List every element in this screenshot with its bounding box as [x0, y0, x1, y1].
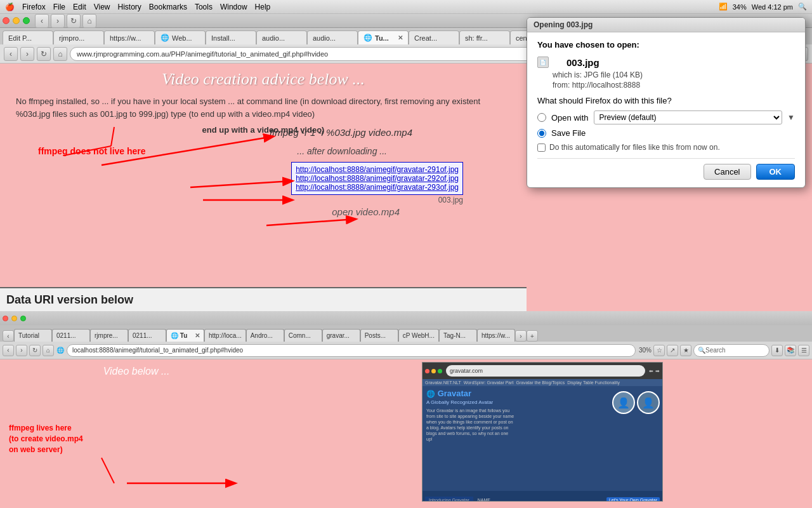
bottom-browser: ‹ Tutorial 0211... rjmpre... 0211... 🌐 T… [0, 311, 812, 508]
forward-button[interactable]: › [51, 14, 65, 28]
bottom-tab-0211a[interactable]: 0211... [52, 329, 90, 342]
bottom-tab-http[interactable]: http://loca... [204, 329, 246, 342]
gravatar-avatars: 👤 👤 [612, 391, 660, 414]
tab-audio1[interactable]: audio... [256, 30, 307, 44]
save-file-radio[interactable] [537, 129, 546, 138]
refresh-button[interactable]: ↻ [37, 47, 51, 61]
tab-install[interactable]: Install... [206, 30, 256, 44]
bottom-tab-rjm[interactable]: rjmpre... [90, 329, 128, 342]
tab-label: audio... [313, 34, 336, 42]
bottom-tab-0211b[interactable]: 0211... [128, 329, 166, 342]
bottom-download-button[interactable]: ⬇ [771, 345, 783, 356]
home-button[interactable]: ⌂ [82, 14, 96, 28]
menu-item-file[interactable]: File [53, 3, 65, 11]
gravatar-tab-3[interactable]: Gravatar the Blog/Topics [516, 380, 565, 385]
bottom-reload-button[interactable]: ↻ [29, 345, 41, 356]
gravatar-tab-1[interactable]: Gravatar.NET.NLT [425, 380, 461, 385]
tab-edit[interactable]: Edit P... [3, 30, 53, 44]
save-file-label: Save File [551, 128, 586, 138]
bottom-close-button[interactable] [3, 316, 8, 321]
close-button[interactable] [3, 17, 10, 24]
tab-tutorial[interactable]: 🌐Tu...✕ [358, 30, 409, 44]
select-arrow-icon: ▼ [787, 113, 795, 122]
menu-item-help[interactable]: Help [255, 3, 271, 11]
home-nav-button[interactable]: ⌂ [53, 47, 67, 61]
bottom-tab-https[interactable]: https://w... [477, 329, 515, 342]
auto-checkbox-label: Do this automatically for files like thi… [549, 143, 720, 152]
tab-sh[interactable]: sh: ffr... [459, 30, 510, 44]
bottom-home-button[interactable]: ⌂ [43, 345, 54, 356]
tab-rjm[interactable]: rjmpro... [53, 30, 104, 44]
bottom-history-button[interactable]: 📚 [785, 345, 796, 356]
bottom-tab-android[interactable]: Andro... [246, 329, 284, 342]
bottom-main-content: Video below ... ffmpeg lives here(to cre… [0, 359, 812, 508]
bottom-left-content: Video below ... ffmpeg lives here(to cre… [0, 359, 273, 508]
tab-audio2[interactable]: audio... [307, 30, 358, 44]
bottom-tab-comm[interactable]: Comn... [284, 329, 322, 342]
bottom-tab-tu[interactable]: 🌐 Tu✕ [166, 329, 204, 342]
tab-label: rjmpro... [59, 34, 84, 42]
gravatar-tab-2[interactable]: WordSpinr: Gravatar Part [464, 380, 514, 385]
ok-button[interactable]: OK [756, 164, 796, 180]
link-gravatar-292[interactable]: http://localhost:8888/animegif/gravatar-… [296, 174, 459, 183]
gravatar-body: 🌐 Gravatar A Globally Recognized Avatar … [422, 386, 662, 491]
tab-close-icon[interactable]: ✕ [398, 34, 403, 41]
gravatar-tab-4[interactable]: Display Table Functionality [567, 380, 620, 385]
bottom-minimize-button[interactable] [11, 316, 17, 321]
file-open-dialog: Opening 003.jpg You have chosen to open:… [527, 17, 806, 188]
gravatar-nav-btn-1[interactable]: ⬅ [649, 368, 653, 374]
tab-creat[interactable]: Creat... [409, 30, 459, 44]
bottom-star-button[interactable]: ★ [680, 345, 691, 356]
video-below-title: Video below ... [9, 366, 264, 377]
bottom-tab-posts[interactable]: Posts... [360, 329, 398, 342]
bottom-maximize-button[interactable] [20, 316, 26, 321]
bottom-share-button[interactable]: ↗ [667, 345, 678, 356]
link-gravatar-291[interactable]: http://localhost:8888/animegif/gravatar-… [296, 165, 459, 174]
maximize-button[interactable] [23, 17, 30, 24]
open-with-radio[interactable] [537, 113, 546, 122]
spotlight-icon[interactable]: 🔍 [798, 3, 807, 11]
bottom-more-button[interactable]: ☰ [798, 345, 809, 356]
menu-item-bookmarks[interactable]: Bookmarks [149, 3, 187, 11]
tab-https[interactable]: https://w... [104, 30, 155, 44]
minimize-button[interactable] [13, 17, 20, 24]
bottom-tab-gravatar[interactable]: gravar... [322, 329, 360, 342]
gravatar-create-btn[interactable]: Let's Your Own Gravatar [606, 497, 660, 502]
gravatar-browser-frame: gravatar.com ⬅ ➡ Gravatar.NET.NLT WordSp… [422, 362, 663, 502]
globe-icon: 🌐 [363, 34, 372, 42]
after-download-text: ... after downloading ... [297, 146, 387, 156]
prev-button[interactable]: ‹ [4, 47, 18, 61]
dialog-source: from: http://localhost:8888 [553, 81, 795, 90]
bottom-tab-tag[interactable]: Tag-N... [439, 329, 477, 342]
next-button[interactable]: › [20, 47, 34, 61]
reload-button[interactable]: ↻ [67, 14, 81, 28]
bottom-bookmark-button[interactable]: ☆ [653, 345, 665, 356]
menu-item-window[interactable]: Window [220, 3, 247, 11]
bottom-search-box[interactable]: 🔍 Search [693, 344, 769, 357]
open-with-select[interactable]: Preview (default) [594, 110, 783, 124]
gravatar-nav-btn-2[interactable]: ➡ [655, 368, 660, 374]
back-button[interactable]: ‹ [35, 14, 49, 28]
bottom-new-tab[interactable]: + [527, 330, 538, 342]
ffmpeg-lives-label: ffmpeg lives here(to create video.mp4on … [9, 423, 83, 455]
bottom-prev-tab[interactable]: ‹ [3, 330, 14, 342]
bottom-tab-close-icon[interactable]: ✕ [195, 332, 200, 339]
link-gravatar-293[interactable]: http://localhost:8888/animegif/gravatar-… [296, 183, 459, 192]
bottom-url-bar[interactable]: localhost:8888/animegif/tutorial_to_anim… [67, 344, 636, 357]
dialog-filename: 003.jpg [566, 57, 599, 68]
cancel-button[interactable]: Cancel [704, 164, 750, 180]
data-uri-title: Data URI version below [6, 293, 133, 307]
bottom-back-button[interactable]: ‹ [3, 345, 14, 356]
menu-item-view[interactable]: View [94, 3, 110, 11]
bottom-next-tab[interactable]: › [515, 330, 527, 342]
tab-web[interactable]: 🌐Web... [155, 30, 206, 44]
bottom-tab-cpanel[interactable]: cP WebH... [398, 329, 439, 342]
bottom-forward-button[interactable]: › [16, 345, 27, 356]
menu-item-edit[interactable]: Edit [73, 3, 86, 11]
gravatar-nav: gravatar.com ⬅ ➡ [422, 363, 662, 379]
menu-item-history[interactable]: History [118, 3, 141, 11]
menu-item-tools[interactable]: Tools [195, 3, 213, 11]
auto-checkbox[interactable] [537, 144, 546, 152]
apple-icon[interactable]: 🍎 [5, 3, 15, 11]
bottom-tab-tutorial[interactable]: Tutorial [14, 329, 52, 342]
